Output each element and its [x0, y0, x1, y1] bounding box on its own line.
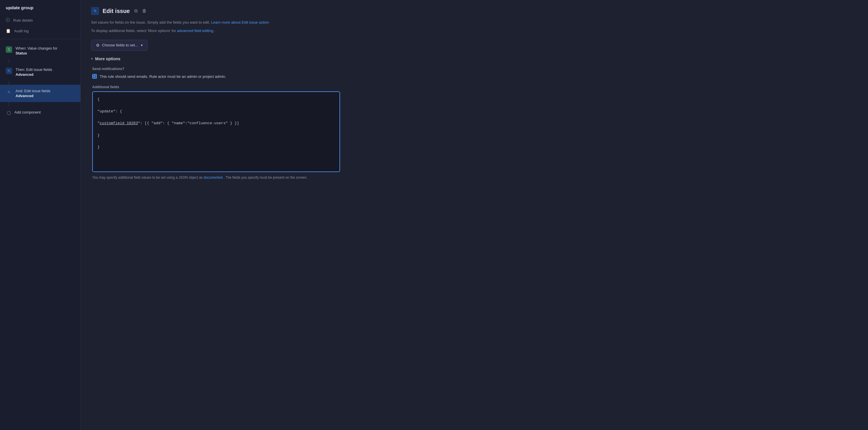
- sidebar: update group ⓘ Rule details 📋 Audit log …: [0, 0, 81, 430]
- learn-more-link[interactable]: Learn more about Edit issue action: [211, 20, 269, 25]
- and-step-label: And: Edit issue fields: [16, 89, 51, 93]
- sidebar-title: update group: [0, 5, 81, 15]
- sidebar-step-then[interactable]: ✎ Then: Edit issue fields Advanced: [0, 63, 81, 81]
- description-text-1: Set values for fields on the issue. Simp…: [91, 20, 210, 25]
- when-step-label: When: Value changes for: [16, 46, 57, 51]
- additional-fields-label: Additional fields: [92, 85, 858, 89]
- send-notifications-checkbox-label: This rule should send emails. Rule actor…: [100, 74, 226, 80]
- step-connector-3: [9, 102, 9, 106]
- page-title: Edit issue: [102, 8, 130, 14]
- description-line1: Set values for fields on the issue. Simp…: [91, 20, 350, 26]
- code-line-4: }: [97, 132, 335, 139]
- when-step-icon: ⇅: [6, 47, 12, 53]
- gear-icon: ⚙: [96, 43, 100, 48]
- delete-button[interactable]: 🗑: [141, 7, 148, 15]
- description-end: .: [214, 29, 216, 33]
- checkmark-icon: ✓: [93, 75, 96, 78]
- step-connector-1: [9, 59, 9, 63]
- audit-icon: 📋: [6, 29, 11, 33]
- more-options-body: Send notifications? ✓ This rule should s…: [91, 67, 858, 181]
- send-notifications-checkbox[interactable]: ✓: [92, 74, 97, 79]
- sidebar-item-audit-log-label: Audit log: [14, 29, 29, 33]
- when-step-content: When: Value changes for Status: [16, 46, 57, 55]
- documented-link[interactable]: documented: [204, 176, 222, 180]
- copy-button[interactable]: ⧉: [133, 7, 138, 15]
- send-notifications-row: ✓ This rule should send emails. Rule act…: [92, 74, 858, 80]
- code-line-1: {: [97, 97, 335, 102]
- step-connector-2: [9, 81, 9, 85]
- description-text-2: To display additional fields, select 'Mo…: [91, 29, 176, 33]
- more-options-chevron-icon: ▾: [91, 57, 93, 61]
- footnote-part1: You may specify additional field values …: [92, 176, 203, 180]
- add-component-content: Add component: [14, 110, 41, 115]
- page-header: ✎ Edit issue ⧉ 🗑: [91, 7, 858, 15]
- then-step-content: Then: Edit issue fields Advanced: [16, 67, 52, 76]
- header-actions: ⧉ 🗑: [133, 7, 148, 15]
- footnote-text: You may specify additional field values …: [92, 175, 340, 180]
- code-line-5: }: [97, 144, 335, 150]
- choose-fields-button[interactable]: ⚙ Choose fields to set... ▾: [91, 40, 148, 51]
- add-component-label: Add component: [14, 110, 41, 115]
- more-options-header[interactable]: ▾ More options: [91, 57, 858, 61]
- additional-fields-editor[interactable]: { "update": { "customfield_10203": [{ "a…: [92, 91, 340, 172]
- sidebar-item-audit-log[interactable]: 📋 Audit log: [0, 26, 81, 36]
- sidebar-item-rule-details-label: Rule details: [13, 18, 33, 23]
- sidebar-divider: [0, 39, 81, 39]
- send-notifications-label: Send notifications?: [92, 67, 858, 71]
- main-content: ✎ Edit issue ⧉ 🗑 Set values for fields o…: [81, 0, 868, 430]
- when-step-sublabel: Status: [16, 51, 57, 55]
- sidebar-step-and[interactable]: ✎ And: Edit issue fields Advanced: [0, 85, 81, 102]
- edit-issue-icon: ✎: [91, 7, 99, 15]
- then-step-label: Then: Edit issue fields: [16, 67, 52, 72]
- choose-fields-label: Choose fields to set...: [102, 43, 138, 47]
- advanced-editing-link[interactable]: advanced field editing: [177, 29, 213, 33]
- description-line2: To display additional fields, select 'Mo…: [91, 28, 350, 34]
- code-line-2: "update": {: [97, 109, 335, 115]
- code-line-3: "customfield_10203": [{ "add": { "name":…: [97, 120, 335, 126]
- sidebar-add-component[interactable]: Add component: [0, 106, 81, 119]
- add-component-circle: [7, 111, 11, 115]
- more-options-title: More options: [95, 57, 120, 61]
- footnote-part2: . The fields you specify must be present…: [224, 176, 308, 180]
- and-step-icon: ✎: [6, 89, 12, 95]
- and-step-content: And: Edit issue fields Advanced: [16, 89, 51, 98]
- sidebar-item-rule-details[interactable]: ⓘ Rule details: [0, 15, 81, 26]
- and-step-sublabel: Advanced: [16, 94, 51, 98]
- sidebar-step-when[interactable]: ⇅ When: Value changes for Status: [0, 42, 81, 59]
- then-step-sublabel: Advanced: [16, 72, 52, 76]
- info-icon: ⓘ: [6, 18, 10, 23]
- chevron-down-icon: ▾: [141, 43, 143, 47]
- then-step-icon: ✎: [6, 68, 12, 74]
